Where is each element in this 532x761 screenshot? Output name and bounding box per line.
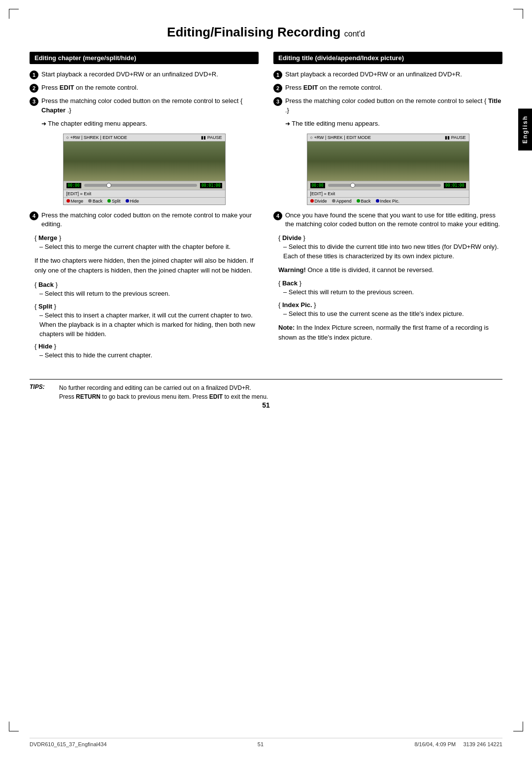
step-num-1: 1 — [30, 70, 38, 79]
screen2-bottom-bar: Divide Append Back Index Pic. — [307, 197, 469, 205]
tips-label: TIPS: — [30, 383, 54, 401]
screen2-top-bar: ○ +RW | SHREK | EDIT MODE ▮▮ PAUSE — [307, 134, 469, 141]
right-column: Editing title (divide/append/Index pictu… — [273, 52, 502, 347]
left-step-3: 3 Press the matching color coded button … — [30, 97, 259, 115]
screen-mockup-1: ○ +RW | SHREK | EDIT MODE ▮▮ PAUSE 00:00… — [63, 134, 226, 205]
screen1-btn-hide: Hide — [126, 199, 139, 204]
screen1-timecode2: 00:01:00 — [200, 183, 222, 188]
screen2-landscape — [307, 141, 469, 181]
step-num-4: 4 — [30, 211, 38, 220]
step-text-4: Press the matching color coded button on… — [41, 211, 259, 230]
page: English Editing/Finalising Recording con… — [0, 0, 532, 761]
screen1-btn-back: Back — [88, 199, 102, 204]
dot2-gray — [332, 199, 335, 203]
brace-merge-desc: – Select this to merge the current chapt… — [39, 242, 259, 252]
screen1-btn-split: Split — [107, 199, 121, 204]
step-text-3: Press the matching color coded button on… — [41, 97, 259, 115]
brace-note: Note: In the Index Picture screen, norma… — [278, 323, 502, 342]
brace-divide-label: { Divide } — [278, 234, 502, 242]
brace-index-pic: { Index Pic. } – Select this to use the … — [278, 301, 502, 319]
left-column: Editing chapter (merge/split/hide) 1 Sta… — [30, 52, 259, 364]
right-step-num-2: 2 — [273, 84, 282, 93]
screen1-controls: 00:00 00:01:00 — [64, 181, 225, 190]
page-number-display: 51 — [30, 401, 502, 409]
brace-back-label: { Back } — [34, 281, 259, 288]
brace-right-back: { Back } – Select this will return to th… — [278, 279, 502, 297]
right-step-3: 3 Press the matching color coded button … — [273, 97, 502, 115]
screen1-bottom-bar: Merge Back Split Hide — [64, 197, 225, 205]
dot-blue — [126, 199, 129, 203]
brace-divide: { Divide } – Select this to divide the c… — [278, 234, 502, 261]
page-title: Editing/Finalising Recording cont'd — [30, 25, 502, 40]
dot2-blue — [376, 199, 379, 203]
right-step-text-3: Press the matching color coded button on… — [285, 97, 502, 115]
step-text-1: Start playback a recorded DVD+RW or an u… — [41, 70, 259, 79]
tips-text: No further recording and editing can be … — [59, 383, 268, 401]
brace-divide-warning: Warning! Once a title is divided, it can… — [278, 265, 502, 275]
brace-back: { Back } – Select this will return to th… — [34, 281, 259, 299]
screen2-top-right: ▮▮ PAUSE — [445, 135, 466, 140]
dot-gray — [88, 199, 92, 203]
brace-index-pic-label: { Index Pic. } — [278, 301, 502, 309]
step-text-2: Press EDIT on the remote control. — [41, 83, 259, 93]
footer-left: DVDR610_615_37_Engfinal434 — [30, 741, 107, 747]
right-step3-arrow: The title editing menu appears. — [285, 119, 502, 129]
screen1-timeline — [84, 184, 197, 187]
left-step-1: 1 Start playback a recorded DVD+RW or an… — [30, 70, 259, 79]
left-section-header: Editing chapter (merge/split/hide) — [30, 52, 259, 64]
dot2-green — [357, 199, 360, 203]
left-step-2: 2 Press EDIT on the remote control. — [30, 83, 259, 93]
step-num-2: 2 — [30, 84, 38, 93]
brace-merge: { Merge } – Select this to merge the cur… — [34, 234, 259, 252]
screen2-timeline — [328, 184, 441, 187]
corner-mark-bl — [9, 722, 19, 731]
corner-mark-tl — [9, 9, 19, 19]
tips-section: TIPS: No further recording and editing c… — [30, 379, 502, 401]
screen1-landscape — [64, 141, 225, 181]
brace-split: { Split } – Select this to insert a chap… — [34, 303, 259, 339]
left-step3-arrow: The chapter editing menu appears. — [41, 119, 259, 129]
screen1-timecode1: 00:00 — [66, 183, 81, 188]
dot-green — [107, 199, 111, 203]
screen1-btn-merge: Merge — [66, 199, 84, 204]
brace-divide-desc: – Select this to divide the current titl… — [283, 242, 502, 261]
screen2-btn-back: Back — [357, 199, 371, 204]
screen1-top-right: ▮▮ PAUSE — [201, 135, 222, 140]
corner-mark-br — [513, 722, 523, 731]
brace-merge-extra: If the two chapters were hidden, then th… — [34, 256, 259, 275]
left-brace-items: { Merge } – Select this to merge the cur… — [30, 234, 259, 360]
screen1-top-bar: ○ +RW | SHREK | EDIT MODE ▮▮ PAUSE — [64, 134, 225, 141]
step-num-3: 3 — [30, 97, 38, 106]
footer-right-date: 8/16/04, 4:09 PM 3139 246 14221 — [414, 741, 502, 747]
right-brace-items: { Divide } – Select this to divide the c… — [273, 234, 502, 342]
language-tab: English — [518, 108, 532, 150]
footer-center-num: 51 — [258, 741, 264, 747]
tips-line1: No further recording and editing can be … — [59, 384, 251, 391]
screen2-edit-label: [EDIT] = Exit — [307, 190, 469, 197]
page-title-text: Editing/Finalising Recording — [167, 25, 340, 39]
brace-split-label: { Split } — [34, 303, 259, 310]
dot2-red — [310, 199, 314, 203]
tips-line2: Press RETURN to go back to previous menu… — [59, 393, 268, 400]
screen-mockup-2: ○ +RW | SHREK | EDIT MODE ▮▮ PAUSE 00:00… — [307, 134, 469, 205]
screen2-scrubber — [350, 183, 355, 188]
brace-merge-label: { Merge } — [34, 234, 259, 242]
screen1-scrubber — [106, 183, 111, 188]
screen2-timecode1: 00:00 — [310, 183, 325, 188]
screen2-btn-divide: Divide — [310, 199, 327, 204]
right-step-num-4: 4 — [273, 211, 282, 220]
screen1-top-left: ○ +RW | SHREK | EDIT MODE — [66, 135, 128, 140]
brace-right-back-desc: – Select this will return to the previou… — [283, 288, 502, 297]
left-step-4: 4 Press the matching color coded button … — [30, 211, 259, 230]
brace-hide-desc: – Select this to hide the current chapte… — [39, 351, 259, 360]
right-step-num-1: 1 — [273, 70, 282, 79]
screen2-image — [307, 141, 469, 181]
screen2-controls: 00:00 00:01:00 — [307, 181, 469, 190]
brace-index-pic-desc: – Select this to use the current scene a… — [283, 310, 502, 319]
footer: DVDR610_615_37_Engfinal434 51 8/16/04, 4… — [30, 738, 502, 747]
brace-hide-label: { Hide } — [34, 343, 259, 350]
page-title-contd: cont'd — [344, 30, 365, 38]
main-content: Editing chapter (merge/split/hide) 1 Sta… — [30, 52, 502, 364]
right-step-1: 1 Start playback a recorded DVD+RW or an… — [273, 70, 502, 79]
screen2-btn-append: Append — [332, 199, 352, 204]
